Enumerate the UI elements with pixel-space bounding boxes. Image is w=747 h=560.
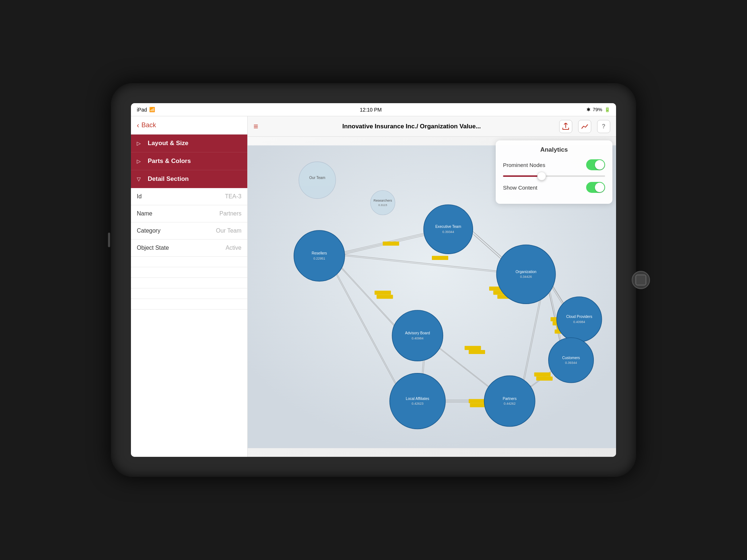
sidebar-item-detail-section[interactable]: ▽ Detail Section — [131, 170, 247, 188]
prominent-nodes-row: Prominent Nodes — [503, 159, 605, 170]
svg-text:Advisory Board: Advisory Board — [405, 331, 430, 335]
svg-point-56 — [424, 205, 473, 254]
name-value: Partners — [220, 210, 241, 217]
svg-rect-35 — [432, 256, 448, 260]
detail-row-category: Category Our Team — [131, 222, 247, 240]
slider-track — [503, 175, 605, 177]
svg-text:0.34426: 0.34426 — [520, 275, 532, 279]
detail-section-label: Detail Section — [148, 175, 189, 183]
svg-text:Cloud Providers: Cloud Providers — [566, 315, 592, 319]
svg-text:0.3115: 0.3115 — [378, 203, 387, 207]
main-content: ‹ Back ▷ Layout & Size ▷ Parts & Colors … — [131, 116, 616, 457]
svg-rect-47 — [469, 399, 485, 403]
chart-button[interactable] — [578, 120, 591, 133]
wifi-icon: 📶 — [149, 107, 155, 112]
graph-area[interactable]: Our Team Researchers 0.3115 Executive Te… — [248, 137, 616, 457]
svg-point-65 — [557, 297, 601, 342]
svg-rect-45 — [375, 291, 391, 295]
top-nav: ≡ Innovative Insurance Inc./ Organizatio… — [248, 116, 616, 137]
collapse-icon-detail: ▽ — [137, 176, 143, 182]
svg-text:Researchers: Researchers — [374, 199, 392, 202]
hamburger-menu-button[interactable]: ≡ — [253, 122, 258, 131]
svg-rect-49 — [534, 373, 551, 377]
svg-point-68 — [392, 310, 443, 361]
detail-row-empty-4 — [131, 288, 247, 299]
sidebar: ‹ Back ▷ Layout & Size ▷ Parts & Colors … — [131, 116, 248, 457]
detail-row-empty-2 — [131, 267, 247, 278]
svg-text:Local Affiliates: Local Affiliates — [406, 397, 429, 401]
svg-rect-39 — [465, 346, 481, 350]
svg-point-77 — [484, 376, 535, 427]
svg-point-74 — [390, 373, 445, 429]
svg-text:Partners: Partners — [503, 397, 516, 401]
svg-point-51 — [299, 162, 336, 199]
svg-rect-34 — [383, 242, 399, 246]
analytics-panel: Analytics Prominent Nodes Show Content — [496, 140, 612, 204]
svg-point-71 — [549, 338, 593, 382]
detail-row-empty-3 — [131, 278, 247, 288]
expand-icon-parts: ▷ — [137, 158, 143, 164]
detail-row-name: Name Partners — [131, 205, 247, 222]
svg-rect-40 — [469, 350, 485, 354]
page-title: Innovative Insurance Inc./ Organization … — [264, 123, 559, 130]
svg-text:0.42623: 0.42623 — [412, 402, 423, 405]
sidebar-item-parts-colors[interactable]: ▷ Parts & Colors — [131, 152, 247, 170]
detail-row-id: Id TEA-3 — [131, 188, 247, 205]
slider-row — [503, 175, 605, 177]
prominent-nodes-label: Prominent Nodes — [503, 162, 545, 168]
detail-row-empty-1 — [131, 257, 247, 267]
svg-text:0.44262: 0.44262 — [504, 402, 515, 405]
show-content-row: Show Content — [503, 182, 605, 193]
right-panel: ≡ Innovative Insurance Inc./ Organizatio… — [248, 116, 616, 457]
show-content-toggle[interactable] — [586, 182, 605, 193]
object-state-value: Active — [225, 245, 241, 251]
id-label: Id — [137, 193, 142, 200]
prominent-nodes-toggle[interactable] — [586, 159, 605, 170]
svg-text:Customers: Customers — [562, 356, 580, 360]
detail-items: Id TEA-3 Name Partners Category Our Team… — [131, 188, 247, 457]
slider-thumb[interactable] — [537, 172, 546, 180]
volume-button — [108, 233, 110, 247]
back-chevron-icon: ‹ — [137, 121, 139, 129]
category-value: Our Team — [216, 228, 241, 234]
ipad-frame: iPad 📶 12:10 PM ✱ 79% 🔋 ‹ Back — [111, 83, 636, 477]
back-label: Back — [142, 121, 156, 129]
svg-point-59 — [294, 230, 345, 281]
detail-row-empty-5 — [131, 299, 247, 310]
svg-point-53 — [371, 190, 395, 215]
object-state-label: Object State — [137, 245, 169, 251]
battery-percent: 79% — [593, 107, 602, 112]
svg-rect-46 — [377, 295, 393, 299]
nav-icons: ? — [559, 120, 610, 133]
id-value: TEA-3 — [225, 193, 241, 200]
status-left: iPad 📶 — [137, 107, 155, 113]
svg-text:0.22951: 0.22951 — [313, 257, 325, 260]
svg-text:0.40984: 0.40984 — [412, 337, 423, 340]
svg-rect-50 — [536, 377, 553, 381]
layout-size-label: Layout & Size — [148, 140, 188, 147]
svg-text:Resellers: Resellers — [311, 251, 327, 255]
share-button[interactable] — [559, 120, 572, 133]
svg-point-62 — [496, 245, 556, 304]
bluetooth-icon: ✱ — [587, 107, 591, 112]
svg-rect-48 — [470, 403, 486, 407]
category-label: Category — [137, 228, 160, 234]
home-button-inner — [635, 275, 646, 285]
name-label: Name — [137, 210, 152, 217]
sidebar-item-layout-size[interactable]: ▷ Layout & Size — [131, 135, 247, 152]
ipad-label: iPad — [137, 107, 147, 113]
home-button[interactable] — [632, 271, 650, 289]
svg-text:Our Team: Our Team — [309, 176, 325, 180]
analytics-title: Analytics — [503, 146, 605, 153]
svg-text:Organization: Organization — [516, 270, 537, 274]
help-button[interactable]: ? — [597, 120, 610, 133]
expand-icon-layout: ▷ — [137, 140, 143, 146]
status-bar: iPad 📶 12:10 PM ✱ 79% 🔋 — [131, 103, 616, 116]
svg-text:Executive Team: Executive Team — [435, 225, 461, 229]
parts-colors-label: Parts & Colors — [148, 158, 191, 165]
status-time: 12:10 PM — [360, 107, 382, 113]
back-button[interactable]: ‹ Back — [131, 116, 247, 135]
status-right: ✱ 79% 🔋 — [587, 107, 610, 112]
svg-text:0.39344: 0.39344 — [442, 230, 454, 234]
battery-icon: 🔋 — [604, 107, 610, 112]
